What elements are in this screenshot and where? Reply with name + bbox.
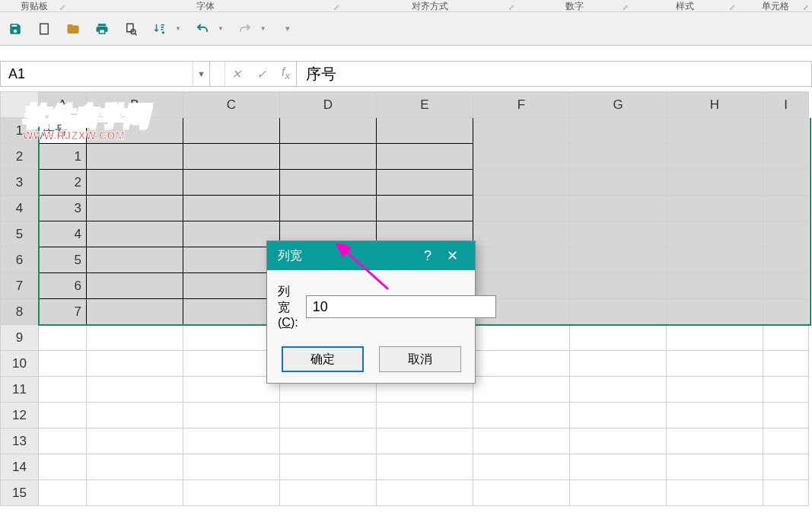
cell[interactable] bbox=[87, 170, 183, 196]
cell[interactable] bbox=[473, 428, 570, 454]
cell[interactable] bbox=[183, 196, 280, 221]
dropdown-arrow-icon[interactable]: ▼ bbox=[218, 25, 224, 32]
cell[interactable] bbox=[570, 196, 667, 221]
cell[interactable] bbox=[667, 144, 763, 170]
cell[interactable] bbox=[39, 454, 87, 480]
cell[interactable] bbox=[570, 170, 667, 196]
new-icon[interactable] bbox=[37, 21, 52, 37]
row-header[interactable]: 5 bbox=[1, 221, 39, 247]
cell[interactable] bbox=[667, 118, 763, 144]
cell[interactable] bbox=[473, 377, 570, 403]
formula-input[interactable]: 序号 bbox=[296, 62, 811, 86]
customize-qat-icon[interactable]: ▾ bbox=[280, 21, 295, 37]
cell[interactable] bbox=[667, 299, 763, 325]
cell[interactable] bbox=[473, 221, 570, 247]
cell[interactable] bbox=[183, 299, 280, 325]
cell[interactable] bbox=[570, 221, 667, 247]
undo-icon[interactable] bbox=[195, 21, 210, 37]
cell[interactable] bbox=[183, 351, 280, 377]
row-header[interactable]: 10 bbox=[1, 351, 39, 377]
cell[interactable] bbox=[570, 299, 667, 325]
row-header[interactable]: 9 bbox=[1, 325, 39, 351]
row-header[interactable]: 2 bbox=[1, 144, 39, 170]
cell[interactable] bbox=[39, 377, 87, 403]
cell[interactable] bbox=[473, 454, 570, 480]
cell[interactable] bbox=[377, 144, 473, 170]
cell[interactable] bbox=[473, 196, 570, 221]
redo-icon[interactable] bbox=[237, 21, 253, 37]
cell[interactable] bbox=[87, 299, 183, 325]
cell[interactable] bbox=[377, 118, 473, 144]
cell[interactable] bbox=[87, 196, 183, 221]
cell[interactable] bbox=[570, 403, 667, 428]
cell[interactable] bbox=[87, 118, 183, 144]
cell[interactable] bbox=[667, 325, 763, 351]
row-header[interactable]: 11 bbox=[1, 377, 39, 403]
cell[interactable] bbox=[667, 247, 763, 273]
cell[interactable] bbox=[87, 144, 183, 170]
cell[interactable] bbox=[667, 428, 763, 454]
name-box[interactable]: A1 ▼ bbox=[1, 62, 210, 86]
cell[interactable] bbox=[763, 118, 809, 144]
cell[interactable] bbox=[570, 480, 667, 506]
cell[interactable] bbox=[87, 351, 183, 377]
row-header[interactable]: 13 bbox=[1, 428, 39, 454]
cell[interactable] bbox=[183, 247, 280, 273]
cell[interactable] bbox=[183, 325, 280, 351]
cell[interactable] bbox=[473, 480, 570, 506]
row-header[interactable]: 7 bbox=[1, 273, 39, 299]
row-header[interactable]: 4 bbox=[1, 196, 39, 221]
col-header-d[interactable]: D bbox=[280, 92, 377, 118]
cell[interactable] bbox=[87, 480, 183, 506]
cell[interactable] bbox=[473, 247, 570, 273]
cell[interactable]: 4 bbox=[39, 221, 87, 247]
cell[interactable] bbox=[87, 221, 183, 247]
cell[interactable] bbox=[280, 170, 377, 196]
cell[interactable] bbox=[473, 170, 570, 196]
cell[interactable] bbox=[377, 403, 473, 428]
cell[interactable] bbox=[87, 403, 183, 428]
cell[interactable] bbox=[667, 273, 763, 299]
cell[interactable] bbox=[763, 428, 809, 454]
cell[interactable]: 序号 bbox=[39, 118, 87, 144]
cell[interactable]: 2 bbox=[39, 170, 87, 196]
row-header[interactable]: 8 bbox=[1, 299, 39, 325]
ok-button[interactable]: 确定 bbox=[282, 346, 364, 372]
row-header[interactable]: 3 bbox=[1, 170, 39, 196]
cell[interactable] bbox=[87, 325, 183, 351]
col-header-b[interactable]: B bbox=[87, 92, 183, 118]
cell[interactable] bbox=[377, 454, 473, 480]
save-icon[interactable] bbox=[8, 21, 23, 37]
cell[interactable] bbox=[570, 118, 667, 144]
col-header-e[interactable]: E bbox=[377, 92, 473, 118]
cell[interactable] bbox=[763, 247, 809, 273]
column-width-input[interactable] bbox=[306, 295, 496, 318]
cell[interactable] bbox=[473, 118, 570, 144]
cell[interactable] bbox=[280, 403, 377, 428]
cell[interactable] bbox=[763, 299, 809, 325]
col-header-h[interactable]: H bbox=[667, 92, 763, 118]
cell[interactable] bbox=[87, 273, 183, 299]
print-preview-icon[interactable] bbox=[123, 21, 139, 37]
cell[interactable] bbox=[183, 480, 280, 506]
cancel-formula-icon[interactable]: ✕ bbox=[231, 67, 241, 81]
cancel-button[interactable]: 取消 bbox=[379, 346, 461, 372]
row-header[interactable]: 15 bbox=[1, 480, 39, 506]
cell[interactable] bbox=[39, 428, 87, 454]
quick-print-icon[interactable] bbox=[94, 21, 110, 37]
cell[interactable] bbox=[667, 403, 763, 428]
cell[interactable] bbox=[39, 351, 87, 377]
cell[interactable] bbox=[183, 428, 280, 454]
fx-icon[interactable]: fx bbox=[282, 65, 290, 81]
cell[interactable]: 3 bbox=[39, 196, 87, 221]
close-icon[interactable]: ✕ bbox=[440, 247, 464, 264]
sort-icon[interactable] bbox=[152, 21, 167, 37]
cell[interactable] bbox=[183, 221, 280, 247]
cell[interactable] bbox=[763, 480, 809, 506]
cell[interactable] bbox=[183, 273, 280, 299]
cell[interactable]: 1 bbox=[39, 144, 87, 170]
cell[interactable] bbox=[763, 377, 809, 403]
cell[interactable] bbox=[377, 480, 473, 506]
cell[interactable] bbox=[473, 325, 570, 351]
cell[interactable] bbox=[570, 325, 667, 351]
